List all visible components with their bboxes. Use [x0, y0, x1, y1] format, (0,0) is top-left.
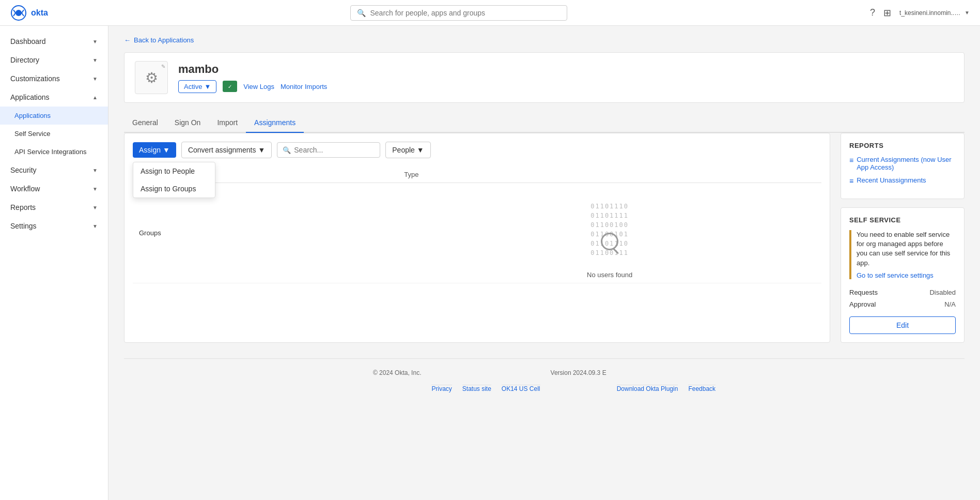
approval-row: Approval N/A [849, 298, 956, 310]
col-type: Type [398, 166, 821, 183]
back-arrow-icon: ← [124, 36, 131, 44]
assign-to-people-label: Assign to People [141, 167, 195, 175]
assign-to-people-item[interactable]: Assign to People [133, 162, 215, 180]
topnav-left: okta [10, 5, 48, 21]
tab-sign-on[interactable]: Sign On [166, 113, 209, 133]
right-panel: REPORTS ≡ Current Assignments (now User … [841, 133, 965, 343]
approval-label: Approval [849, 300, 876, 308]
search-input[interactable] [370, 9, 561, 17]
people-filter-button[interactable]: People ▼ [385, 142, 430, 158]
tab-assignments[interactable]: Assignments [246, 113, 304, 133]
sidebar-item-settings[interactable]: Settings ▼ [0, 217, 108, 235]
chevron-down-icon: ▼ [92, 223, 98, 229]
sidebar-item-directory[interactable]: Directory ▼ [0, 51, 108, 69]
footer-copyright: © 2024 Okta, Inc. [373, 369, 422, 392]
app-name: mambo [178, 63, 327, 76]
view-logs-link[interactable]: View Logs [243, 83, 274, 90]
assign-chevron-icon: ▼ [163, 146, 170, 154]
report-link-recent: ≡ Recent Unassignments [849, 176, 956, 185]
footer-plugin[interactable]: Download Okta Plugin [617, 385, 678, 392]
approval-value: N/A [944, 300, 956, 308]
sidebar-label-dashboard: Dashboard [10, 37, 46, 46]
user-menu[interactable]: t_kesineni.innomin... socialmobile-trial… [899, 9, 970, 17]
assign-button-wrap: Assign ▼ Assign to People Assign to Grou… [133, 142, 176, 158]
global-search[interactable]: 🔍 [350, 5, 567, 21]
no-users-message: No users found [404, 271, 815, 279]
sidebar-item-self-service[interactable]: Self Service [0, 125, 108, 143]
current-assignments-link[interactable]: Current Assignments (now User App Access… [857, 156, 956, 171]
requests-row: Requests Disabled [849, 286, 956, 298]
sidebar-item-applications-sub[interactable]: Applications [0, 107, 108, 125]
convert-chevron-icon: ▼ [258, 146, 265, 154]
assign-to-groups-label: Assign to Groups [141, 185, 196, 193]
sidebar-item-applications[interactable]: Applications ▲ [0, 88, 108, 107]
footer-feedback[interactable]: Feedback [688, 385, 715, 392]
chevron-down-icon: ▼ [92, 76, 98, 82]
assignments-search-wrap[interactable]: 🔍 [277, 142, 380, 158]
sidebar-item-workflow[interactable]: Workflow ▼ [0, 179, 108, 198]
self-service-card: SELF SERVICE You need to enable self ser… [841, 207, 965, 343]
assign-button[interactable]: Assign ▼ [133, 142, 176, 158]
sidebar-item-security[interactable]: Security ▼ [0, 161, 108, 179]
chevron-down-icon: ▼ [92, 186, 98, 192]
tab-general[interactable]: General [124, 113, 166, 133]
panel-toolbar: Assign ▼ Assign to People Assign to Grou… [133, 142, 821, 158]
binary-line-1: 01101110 [590, 203, 629, 210]
active-status-button[interactable]: Active ▼ [178, 80, 216, 93]
tab-import[interactable]: Import [209, 113, 246, 133]
convert-assignments-label: Convert assignments [188, 146, 256, 154]
grid-icon[interactable]: ⊞ [883, 7, 891, 19]
sidebar-item-api-service[interactable]: API Service Integrations [0, 143, 108, 161]
reports-card: REPORTS ≡ Current Assignments (now User … [841, 133, 965, 199]
convert-assignments-button[interactable]: Convert assignments ▼ [181, 142, 272, 158]
breadcrumb[interactable]: ← Back to Applications [124, 36, 965, 44]
edit-button[interactable]: Edit [849, 316, 956, 334]
push-label: ✓ [228, 84, 232, 89]
main-content: ← Back to Applications ✎ ⚙ mambo Active … [108, 26, 980, 500]
content-area: Assign ▼ Assign to People Assign to Grou… [124, 133, 965, 343]
monitor-imports-link[interactable]: Monitor Imports [281, 83, 327, 90]
sidebar-label-applications-sub: Applications [14, 112, 51, 119]
report-icon-1: ≡ [849, 156, 853, 164]
okta-logo-text: okta [31, 8, 48, 18]
okta-logo[interactable]: okta [10, 5, 48, 21]
footer: © 2024 Okta, Inc. Privacy Status site OK… [124, 358, 965, 403]
footer-status[interactable]: Status site [462, 385, 491, 392]
tab-sign-on-label: Sign On [175, 118, 201, 127]
assignments-search-input[interactable] [294, 146, 375, 154]
sidebar-label-directory: Directory [10, 56, 39, 64]
footer-cell[interactable]: OK14 US Cell [502, 385, 540, 392]
sidebar-item-reports[interactable]: Reports ▼ [0, 198, 108, 217]
sidebar-item-customizations[interactable]: Customizations ▼ [0, 69, 108, 88]
self-service-warning-text: You need to enable self service for org … [857, 230, 956, 268]
app-header-card: ✎ ⚙ mambo Active ▼ ✓ View Logs Monitor I… [124, 52, 965, 103]
binary-line-6: 01100111 [590, 249, 629, 256]
assign-to-groups-item[interactable]: Assign to Groups [133, 180, 215, 198]
sidebar-label-reports: Reports [10, 203, 36, 211]
sidebar-label-api-service: API Service Integrations [14, 148, 86, 156]
report-icon-2: ≡ [849, 177, 853, 185]
help-icon[interactable]: ? [870, 7, 875, 18]
footer-privacy[interactable]: Privacy [431, 385, 452, 392]
sidebar-item-dashboard[interactable]: Dashboard ▼ [0, 32, 108, 51]
self-service-settings-link[interactable]: Go to self service settings [857, 271, 934, 279]
app-icon-box: ✎ ⚙ [135, 61, 168, 94]
report-link-current: ≡ Current Assignments (now User App Acce… [849, 156, 956, 171]
breadcrumb-text: Back to Applications [134, 36, 194, 44]
sidebar-label-settings: Settings [10, 222, 37, 230]
type-label: Type [404, 171, 418, 178]
chevron-down-icon: ▼ [92, 168, 98, 173]
assignments-table: Filter by Type Groups [133, 166, 821, 283]
assignments-table-wrap: Filter by Type Groups [133, 166, 821, 283]
sidebar-label-self-service: Self Service [14, 130, 50, 138]
people-chevron-icon: ▼ [417, 146, 424, 154]
binary-line-3: 01100100 [590, 221, 629, 229]
reports-title: REPORTS [849, 142, 956, 149]
active-chevron-icon: ▼ [204, 83, 211, 90]
edit-icon[interactable]: ✎ [161, 64, 165, 69]
binary-art-area: 01101110 01101111 01100100 01100101 0110… [404, 187, 815, 266]
tab-import-label: Import [217, 118, 238, 127]
binary-line-2: 01101111 [590, 212, 629, 219]
recent-unassignments-link[interactable]: Recent Unassignments [857, 176, 926, 184]
self-service-warning: You need to enable self service for org … [849, 230, 956, 279]
